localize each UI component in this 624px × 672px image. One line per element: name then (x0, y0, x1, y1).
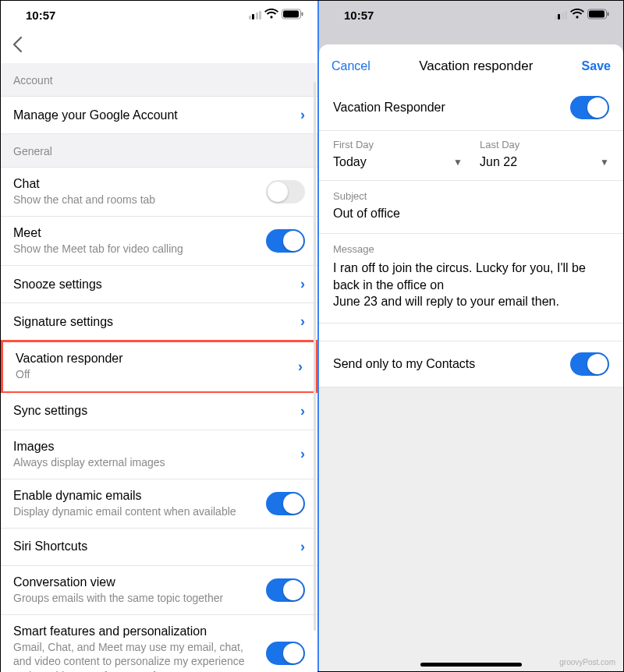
cellular-icon (555, 11, 568, 19)
battery-icon (587, 9, 609, 22)
save-button[interactable]: Save (582, 59, 611, 73)
row-title: Smart features and personalization (13, 624, 260, 638)
vacation-responder-pane: 10:57 Cancel Vacation responder Save (319, 1, 623, 671)
dynamic-emails-toggle[interactable] (266, 492, 305, 515)
row-sub: Groups emails with the same topic togeth… (13, 591, 260, 605)
row-sub: Always display external images (13, 455, 294, 469)
row-smart-features[interactable]: Smart features and personalization Gmail… (1, 615, 317, 672)
row-title: Signature settings (13, 315, 294, 329)
status-bar: 10:57 (1, 1, 317, 29)
message-field[interactable]: Message I ran off to join the circus. Lu… (319, 234, 623, 324)
battery-icon (282, 9, 303, 22)
status-time: 10:57 (26, 9, 55, 22)
row-sync[interactable]: Sync settings › (1, 393, 317, 430)
row-sub: Display dynamic email content when avail… (13, 504, 260, 518)
row-signature[interactable]: Signature settings › (1, 303, 317, 341)
row-sub: Show the chat and rooms tab (13, 193, 260, 207)
row-title: Meet (13, 226, 260, 240)
home-indicator[interactable] (420, 663, 522, 667)
row-conversation-view[interactable]: Conversation view Groups emails with the… (1, 566, 317, 615)
chevron-left-icon (12, 34, 23, 58)
date-range-row: First Day Today ▼ Last Day Jun 22 ▼ (319, 131, 623, 181)
message-value: I ran off to join the circus. Lucky for … (333, 260, 609, 310)
row-sub: Gmail, Chat, and Meet may use my email, … (13, 640, 260, 672)
chevron-right-icon: › (300, 107, 305, 123)
svg-rect-4 (589, 10, 604, 17)
row-title: Snooze settings (13, 278, 294, 292)
section-general-header: General (1, 134, 317, 168)
row-title: Images (13, 440, 294, 454)
chat-toggle[interactable] (266, 180, 305, 203)
row-vacation-responder[interactable]: Vacation responder Off › (1, 340, 317, 393)
last-day-picker[interactable]: Last Day Jun 22 ▼ (477, 131, 623, 180)
row-meet[interactable]: Meet Show the Meet tab for video calling (1, 217, 317, 266)
message-label: Message (333, 243, 609, 255)
empty-area (319, 387, 623, 671)
contacts-only-toggle[interactable] (570, 352, 609, 376)
subject-label: Subject (333, 190, 609, 202)
modal-sheet: Cancel Vacation responder Save Vacation … (319, 44, 623, 671)
chevron-right-icon: › (300, 446, 305, 462)
first-day-picker[interactable]: First Day Today ▼ (319, 131, 477, 180)
vacation-responder-label: Vacation Responder (333, 101, 445, 115)
scrollbar[interactable] (314, 82, 316, 631)
last-day-label: Last Day (480, 139, 609, 150)
row-siri-shortcuts[interactable]: Siri Shortcuts › (1, 529, 317, 566)
status-icons (249, 9, 304, 22)
chevron-right-icon: › (298, 359, 303, 375)
row-chat[interactable]: Chat Show the chat and rooms tab (1, 168, 317, 217)
cancel-button[interactable]: Cancel (332, 59, 370, 73)
row-title: Manage your Google Account (13, 108, 294, 122)
row-vacation-responder-toggle: Vacation Responder (319, 85, 623, 131)
section-account-header: Account (1, 63, 317, 97)
meet-toggle[interactable] (266, 229, 305, 253)
first-day-value: Today (333, 155, 367, 169)
smart-features-toggle[interactable] (266, 642, 305, 665)
wifi-icon (570, 9, 584, 22)
row-title: Siri Shortcuts (13, 539, 294, 554)
row-title: Sync settings (13, 404, 294, 418)
chevron-right-icon: › (300, 313, 305, 330)
conversation-view-toggle[interactable] (266, 578, 305, 602)
row-dynamic-emails[interactable]: Enable dynamic emails Display dynamic em… (1, 479, 317, 529)
dropdown-icon: ▼ (453, 157, 463, 168)
svg-rect-1 (283, 10, 299, 17)
last-day-value: Jun 22 (480, 155, 517, 169)
row-manage-account[interactable]: Manage your Google Account › (1, 97, 317, 134)
status-time: 10:57 (344, 9, 374, 22)
sheet-header: Cancel Vacation responder Save (319, 44, 623, 85)
dropdown-icon: ▼ (600, 157, 609, 168)
chevron-right-icon: › (300, 276, 305, 292)
row-title: Vacation responder (16, 352, 292, 366)
first-day-label: First Day (333, 139, 463, 150)
wifi-icon (264, 9, 278, 22)
status-bar: 10:57 (319, 1, 623, 29)
row-title: Enable dynamic emails (13, 489, 260, 503)
row-title: Conversation view (13, 575, 260, 589)
subject-field[interactable]: Subject Out of office (319, 181, 623, 234)
row-sub: Off (16, 367, 292, 381)
sheet-title: Vacation responder (419, 58, 533, 74)
svg-rect-5 (608, 12, 609, 16)
contacts-only-label: Send only to my Contacts (333, 357, 475, 371)
subject-value: Out of office (333, 207, 400, 220)
chevron-right-icon: › (300, 403, 305, 419)
row-title: Chat (13, 177, 260, 191)
vacation-responder-toggle[interactable] (570, 96, 609, 119)
row-sub: Show the Meet tab for video calling (13, 242, 260, 256)
settings-pane: 10:57 Account Manage your Google Account (1, 1, 319, 671)
back-button[interactable] (1, 29, 317, 63)
cellular-icon (249, 11, 262, 19)
svg-rect-2 (302, 12, 303, 16)
chevron-right-icon: › (300, 539, 305, 555)
status-icons (555, 9, 610, 22)
row-snooze[interactable]: Snooze settings › (1, 266, 317, 303)
row-contacts-only: Send only to my Contacts (319, 341, 623, 387)
row-images[interactable]: Images Always display external images › (1, 430, 317, 479)
watermark: groovyPost.com (559, 658, 615, 667)
